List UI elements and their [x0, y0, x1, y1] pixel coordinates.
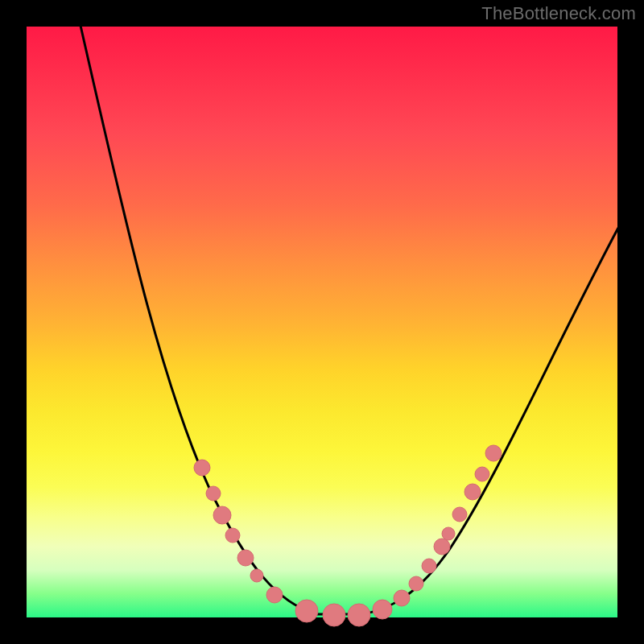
- chart-frame: TheBottleneck.com: [0, 0, 644, 644]
- data-marker: [422, 559, 436, 573]
- plot-area: [27, 27, 617, 617]
- data-marker: [373, 600, 392, 619]
- curve-left: [79, 19, 361, 614]
- data-marker: [434, 539, 450, 555]
- data-marker: [348, 604, 370, 626]
- data-marker: [266, 587, 283, 603]
- data-marker: [485, 445, 502, 461]
- chart-svg: [27, 27, 617, 617]
- data-marker: [194, 460, 210, 476]
- data-marker: [464, 484, 481, 500]
- curve-right: [361, 228, 618, 614]
- data-marker: [442, 527, 455, 540]
- data-marker: [452, 507, 467, 522]
- data-marker: [250, 569, 263, 582]
- data-marker: [213, 506, 231, 524]
- data-marker: [237, 550, 254, 566]
- marker-layer: [194, 445, 502, 626]
- data-marker: [409, 576, 423, 591]
- data-marker: [394, 590, 410, 606]
- data-marker: [295, 600, 318, 622]
- data-marker: [323, 604, 345, 626]
- data-marker: [475, 467, 489, 481]
- watermark-text: TheBottleneck.com: [481, 3, 636, 24]
- data-marker: [225, 528, 240, 543]
- data-marker: [206, 486, 221, 501]
